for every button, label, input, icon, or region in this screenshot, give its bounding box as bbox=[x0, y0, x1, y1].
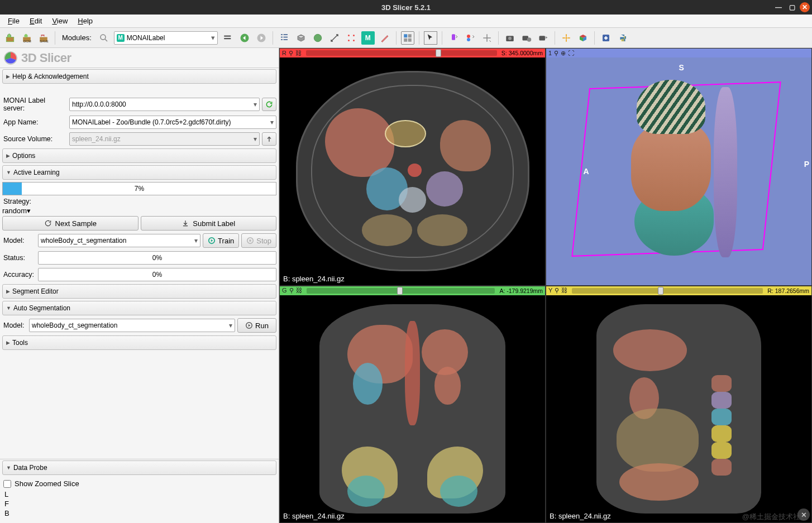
crosshair-icon[interactable] bbox=[560, 31, 573, 45]
link-icon[interactable]: ⛓ bbox=[561, 287, 567, 294]
svg-point-25 bbox=[527, 37, 532, 42]
stop-button[interactable]: Stop bbox=[241, 233, 276, 248]
monai-module-icon[interactable]: M bbox=[361, 31, 375, 45]
scene-view-icon[interactable] bbox=[537, 31, 550, 45]
appname-select[interactable]: MONAILabel - Zoo/Bundle (0.7.0rc5+2.gdcf… bbox=[69, 116, 276, 129]
pin-icon[interactable]: ⚲ bbox=[289, 50, 293, 57]
cursor-icon[interactable] bbox=[424, 31, 437, 45]
pane-tag: R bbox=[282, 50, 286, 57]
server-input[interactable]: http://0.0.0.0:8000▾ bbox=[69, 98, 260, 111]
segmentation-3d bbox=[626, 76, 732, 269]
svg-point-23 bbox=[508, 36, 512, 40]
pin-icon[interactable]: ⚲ bbox=[289, 287, 294, 294]
threed-view[interactable]: 1⚲⊕⛶ S A P bbox=[546, 48, 812, 286]
svg-point-10 bbox=[314, 34, 322, 42]
pin-icon[interactable]: ⚲ bbox=[555, 287, 559, 294]
axial-slice bbox=[296, 71, 529, 271]
slice-view-red[interactable]: R⚲⛓ S: 345.0000mm B: spleen_24.nii.gz bbox=[279, 48, 546, 286]
train-button[interactable]: Train bbox=[203, 233, 239, 248]
screen-capture-icon[interactable] bbox=[520, 31, 533, 45]
chevron-down-icon: ▾ bbox=[270, 118, 274, 126]
pin-icon[interactable]: ⚲ bbox=[554, 50, 558, 57]
slice-slider-yellow[interactable] bbox=[572, 288, 763, 294]
volume-rendering-icon[interactable] bbox=[294, 31, 308, 45]
section-tools[interactable]: ▶Tools bbox=[2, 335, 276, 350]
chevron-down-icon: ▾ bbox=[194, 237, 198, 244]
section-data-probe[interactable]: ▼Data Probe bbox=[2, 460, 276, 475]
next-sample-button[interactable]: Next Sample bbox=[2, 216, 138, 231]
load-dicom-button[interactable]: DCM bbox=[20, 31, 34, 45]
python-icon[interactable] bbox=[616, 31, 629, 45]
nav-back-button[interactable] bbox=[238, 31, 251, 45]
nav-forward-button[interactable] bbox=[255, 31, 268, 45]
slice-view-yellow[interactable]: Y⚲⛓ R: 187.2656mm B: spleen_24.nii.gz bbox=[546, 286, 812, 524]
volume-cube-icon[interactable] bbox=[576, 31, 590, 45]
screenshot-icon[interactable] bbox=[503, 31, 517, 45]
svg-point-14 bbox=[353, 40, 355, 41]
svg-point-27 bbox=[565, 37, 567, 39]
separator bbox=[419, 31, 419, 45]
chevron-down-icon: ▾ bbox=[209, 33, 215, 42]
module-selector[interactable]: M MONAILabel ▾ bbox=[114, 31, 218, 45]
module-history-button[interactable] bbox=[221, 31, 235, 45]
crosshair-toggle-icon[interactable] bbox=[464, 31, 477, 45]
center-icon[interactable]: ⊕ bbox=[561, 50, 566, 57]
auto-model-select[interactable]: wholeBody_ct_segmentation▾ bbox=[29, 319, 235, 332]
axis-P: P bbox=[804, 160, 809, 169]
strategy-label: Strategy: bbox=[0, 196, 279, 207]
slicer-logo-icon bbox=[3, 51, 18, 65]
svg-text:SAVE: SAVE bbox=[40, 39, 49, 42]
module-search-icon[interactable] bbox=[97, 31, 111, 45]
transforms-icon[interactable] bbox=[328, 31, 341, 45]
svg-rect-33 bbox=[250, 239, 252, 242]
section-help[interactable]: ▶Help & Acknowledgement bbox=[2, 69, 276, 84]
sourcevol-label: Source Volume: bbox=[2, 135, 67, 143]
titlebar: 3D Slicer 5.2.1 — ▢ ✕ bbox=[0, 0, 812, 15]
section-segment-editor[interactable]: ▶Segment Editor bbox=[2, 284, 276, 299]
section-active-learning[interactable]: ▼Active Learning bbox=[2, 165, 276, 180]
segment-editor-icon[interactable] bbox=[378, 31, 391, 45]
sourcevol-select[interactable]: spleen_24.nii.gz▾ bbox=[69, 132, 260, 146]
maximize-button[interactable]: ▢ bbox=[786, 2, 797, 12]
upload-button[interactable] bbox=[262, 132, 276, 146]
slice-label-green: B: spleen_24.nii.gz bbox=[283, 512, 345, 520]
menu-view[interactable]: View bbox=[47, 16, 72, 26]
link-icon[interactable]: ⛓ bbox=[296, 287, 302, 294]
auto-model-label: Model: bbox=[2, 322, 27, 329]
slice-value-red: S: 345.0000mm bbox=[499, 50, 545, 56]
extensions-icon[interactable] bbox=[599, 31, 613, 45]
scene-tree-icon[interactable] bbox=[278, 31, 291, 45]
globe-icon[interactable] bbox=[311, 31, 324, 45]
status-label: Status: bbox=[2, 254, 36, 262]
slice-slider-red[interactable] bbox=[306, 50, 497, 56]
model-select[interactable]: wholeBody_ct_segmentation▾ bbox=[38, 234, 200, 247]
save-button[interactable]: SAVE bbox=[37, 31, 50, 45]
slice-intersection-icon[interactable] bbox=[480, 31, 494, 45]
svg-rect-0 bbox=[6, 37, 14, 41]
minimize-button[interactable]: — bbox=[773, 2, 784, 12]
run-button[interactable]: Run bbox=[237, 318, 276, 333]
slice-slider-green[interactable] bbox=[307, 288, 495, 294]
app-header: 3D Slicer bbox=[0, 48, 279, 68]
fiducial-icon[interactable] bbox=[447, 31, 460, 45]
close-button[interactable]: ✕ bbox=[800, 2, 810, 12]
load-data-button[interactable] bbox=[3, 31, 17, 45]
svg-rect-26 bbox=[539, 36, 545, 40]
section-auto-segmentation[interactable]: ▼Auto Segmentation bbox=[2, 301, 276, 315]
show-zoomed-checkbox[interactable] bbox=[3, 480, 11, 488]
link-icon[interactable]: ⛓ bbox=[295, 50, 302, 57]
menu-help[interactable]: Help bbox=[73, 16, 97, 26]
submit-label-button[interactable]: Submit Label bbox=[141, 216, 277, 231]
menu-edit[interactable]: Edit bbox=[25, 16, 46, 26]
strategy-select[interactable]: random▾ bbox=[2, 207, 276, 215]
overlay-close-icon[interactable]: ✕ bbox=[797, 508, 810, 521]
menu-file[interactable]: File bbox=[3, 16, 24, 26]
markups-icon[interactable] bbox=[345, 31, 358, 45]
svg-rect-15 bbox=[404, 34, 407, 37]
maximize-icon[interactable]: ⛶ bbox=[568, 50, 574, 57]
slice-view-green[interactable]: G⚲⛓ A: -179.9219mm B: spleen_24.nii.gz bbox=[279, 286, 546, 524]
svg-point-21 bbox=[467, 38, 470, 41]
refresh-button[interactable] bbox=[262, 98, 276, 111]
layout-button[interactable] bbox=[401, 31, 414, 45]
section-options[interactable]: ▶Options bbox=[2, 148, 276, 163]
